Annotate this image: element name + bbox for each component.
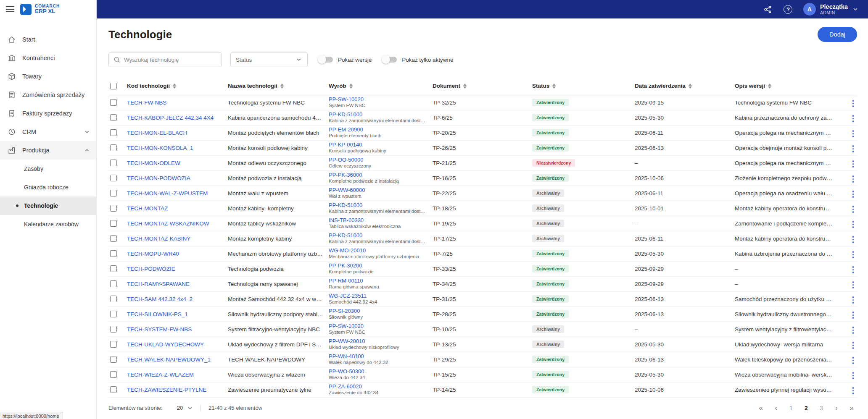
help-icon[interactable]	[783, 4, 793, 14]
row-actions-menu-icon[interactable]	[850, 219, 857, 230]
product-code-link[interactable]: PP-KD-51000	[329, 202, 427, 209]
row-actions-menu-icon[interactable]	[850, 295, 857, 305]
row-actions-menu-icon[interactable]	[850, 355, 857, 366]
comarch-logo[interactable]: COMARCH ERP XL	[20, 4, 60, 15]
table-row[interactable]: TECH-MONTAZ Montaż kabiny- kompletny PP-…	[108, 201, 857, 216]
sort-icon[interactable]	[768, 84, 771, 89]
row-checkbox[interactable]	[110, 386, 117, 393]
tech-code-link[interactable]: TECH-RAMY-SPAWANE	[127, 281, 190, 287]
row-checkbox[interactable]	[110, 99, 117, 106]
row-actions-menu-icon[interactable]	[850, 385, 857, 396]
row-actions-menu-icon[interactable]	[850, 310, 857, 320]
row-checkbox[interactable]	[110, 341, 117, 348]
row-actions-menu-icon[interactable]	[850, 204, 857, 215]
table-row[interactable]: TECH-UKLAD-WYDECHOWY Uklad wydechowy z f…	[108, 337, 857, 352]
tech-code-link[interactable]: TECH-MONTAŻ-KABINY	[127, 236, 190, 242]
row-checkbox[interactable]	[110, 250, 117, 257]
prev-page-button[interactable]: ‹	[770, 403, 781, 414]
table-row[interactable]: TECH-FW-NBS Technologia systemu FW NBC P…	[108, 95, 857, 110]
show-active-only-toggle[interactable]: Pokaż tylko aktywne	[383, 57, 453, 63]
product-code-link[interactable]: WG-MO-20010	[329, 247, 427, 254]
tech-code-link[interactable]: TECH-MONTAZ	[127, 205, 168, 212]
row-checkbox[interactable]	[110, 114, 117, 121]
table-row[interactable]: TECH-WALEK-NAPEWDOWY_1 TECH-WALEK-NAPEWD…	[108, 352, 857, 367]
table-row[interactable]: TECH-WIEZA-Z-WLAZEM Wieża obserwacyjna z…	[108, 367, 857, 382]
table-row[interactable]: TECH-RAMY-SPAWANE Technologia ramy spawa…	[108, 276, 857, 291]
table-row[interactable]: TECH-MON-PODWOZIA Montaż podwozia z inst…	[108, 170, 857, 186]
integrations-icon[interactable]	[763, 4, 773, 14]
table-row[interactable]: TECH-SILOWNIK-PS_1 Silownik hydrauliczny…	[108, 306, 857, 322]
tech-code-link[interactable]: TECH-SILOWNIK-PS_1	[127, 311, 188, 317]
sidebar-item-gniazda-robocze[interactable]: Gniazda robocze	[0, 178, 96, 196]
sidebar-item-zamowienia-sprzedazy[interactable]: Zamówienia sprzedaży	[0, 86, 96, 104]
product-code-link[interactable]: PP-SW-10020	[329, 323, 427, 330]
row-checkbox[interactable]	[110, 144, 117, 151]
row-actions-menu-icon[interactable]	[850, 340, 857, 351]
tech-code-link[interactable]: TECH-SAM 442.32 4x4_2	[127, 296, 193, 302]
select-all-checkbox[interactable]	[110, 83, 117, 89]
row-actions-menu-icon[interactable]	[850, 370, 857, 381]
next-page-button[interactable]: ›	[831, 403, 842, 414]
first-page-button[interactable]: «	[755, 403, 766, 414]
sidebar-item-zasoby[interactable]: Zasoby	[0, 160, 96, 178]
row-actions-menu-icon[interactable]	[850, 128, 857, 139]
row-actions-menu-icon[interactable]	[850, 264, 857, 275]
per-page-select[interactable]: 20	[177, 405, 193, 411]
product-code-link[interactable]: PP-KD-51000	[329, 111, 427, 118]
sidebar-item-kontrahenci[interactable]: Kontrahenci	[0, 49, 96, 67]
product-code-link[interactable]: PP-ZA-60020	[329, 383, 427, 390]
tech-code-link[interactable]: TECH-ZAWIESZENIE-PTYLNE	[127, 387, 206, 393]
row-actions-menu-icon[interactable]	[850, 98, 857, 109]
row-actions-menu-icon[interactable]	[850, 159, 857, 169]
tech-code-link[interactable]: TECH-MON-ODLEW	[127, 160, 180, 166]
row-checkbox[interactable]	[110, 326, 117, 333]
product-code-link[interactable]: PP-KP-00140	[329, 141, 427, 148]
tech-code-link[interactable]: TECH-MON-KONSOLA_1	[127, 145, 193, 151]
table-row[interactable]: TECH-MON-EL-BLACH Montaż podciętych elem…	[108, 125, 857, 140]
tech-code-link[interactable]: TECH-FW-NBS	[127, 100, 166, 106]
tech-code-link[interactable]: TECH-KABOP-JELCZ 442.34 4X4	[127, 115, 214, 121]
product-code-link[interactable]: PP-WO-50300	[329, 368, 427, 375]
product-code-link[interactable]: PP-WW-20010	[329, 338, 427, 345]
product-code-link[interactable]: PP-OO-50000	[329, 157, 427, 163]
table-row[interactable]: TECH-MON-WAL-Z-WPUSTEM Montaż walu z wpu…	[108, 186, 857, 201]
tech-code-link[interactable]: TECH-MON-EL-BLACH	[127, 130, 187, 136]
product-code-link[interactable]: PP-RM-00110	[329, 278, 427, 284]
sort-icon[interactable]	[552, 84, 556, 89]
table-row[interactable]: TECH-ZAWIESZENIE-PTYLNE Zawieszenie pneu…	[108, 382, 857, 397]
sidebar-item-produkcja[interactable]: Produkcja	[0, 141, 96, 160]
product-code-link[interactable]: PP-SI-20300	[329, 308, 427, 314]
sort-icon[interactable]	[689, 84, 692, 89]
row-actions-menu-icon[interactable]	[850, 249, 857, 260]
table-row[interactable]: TECH-SAM 442.32 4x4_2 Montaż Samochód 44…	[108, 291, 857, 306]
table-row[interactable]: TECH-MON-KONSOLA_1 Montaz konsoli podlow…	[108, 140, 857, 155]
table-row[interactable]: TECH-KABOP-JELCZ 442.34 4X4 Kabina opanc…	[108, 110, 857, 125]
add-button[interactable]: Dodaj	[818, 27, 857, 42]
tech-code-link[interactable]: TECH-WIEZA-Z-WLAZEM	[127, 372, 194, 378]
row-checkbox[interactable]	[110, 311, 117, 317]
product-code-link[interactable]: PP-PK-36000	[329, 172, 427, 178]
tech-code-link[interactable]: TECH-SYSTEM-FW-NBS	[127, 326, 192, 333]
page-number[interactable]: 3	[816, 403, 827, 414]
last-page-button[interactable]: »	[846, 403, 857, 414]
tech-code-link[interactable]: TECH-MONTAZ-WSKAZNIKOW	[127, 220, 209, 227]
product-code-link[interactable]: WG-JCZ-23511	[329, 293, 427, 299]
page-number[interactable]: 2	[801, 403, 812, 414]
row-checkbox[interactable]	[110, 280, 117, 287]
product-code-link[interactable]: PP-KD-51000	[329, 232, 427, 239]
user-menu[interactable]: A Pieczątka ADMIN	[803, 3, 859, 16]
product-code-link[interactable]: PP-WW-60000	[329, 187, 427, 194]
row-actions-menu-icon[interactable]	[850, 234, 857, 245]
tech-code-link[interactable]: TECH-WALEK-NAPEWDOWY_1	[127, 356, 211, 363]
row-checkbox[interactable]	[110, 371, 117, 378]
table-row[interactable]: TECH-MONTAZ-WSKAZNIKOW Montaż tablicy ws…	[108, 216, 857, 231]
sidebar-item-start[interactable]: Start	[0, 30, 96, 49]
row-checkbox[interactable]	[110, 235, 117, 242]
row-actions-menu-icon[interactable]	[850, 174, 857, 184]
product-code-link[interactable]: PP-SW-10020	[329, 96, 427, 103]
sidebar-item-kalendarze-zasobow[interactable]: Kalendarze zasobów	[0, 215, 96, 233]
table-row[interactable]: TECH-MONTAŻ-KABINY Montaż kompletny kabi…	[108, 231, 857, 246]
product-code-link[interactable]: INS-TB-00330	[329, 217, 427, 224]
search-input[interactable]	[124, 57, 217, 63]
row-checkbox[interactable]	[110, 129, 117, 136]
